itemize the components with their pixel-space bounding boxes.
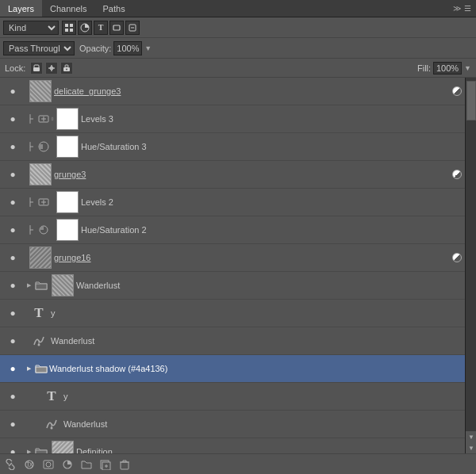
layer-row[interactable]: ● Wanderlust bbox=[0, 327, 476, 355]
layer-row[interactable]: ● Hue/Saturation 2 bbox=[0, 216, 476, 244]
layer-row[interactable]: ● Hue/Saturation 3 bbox=[0, 133, 476, 161]
filter-smart-icon[interactable] bbox=[125, 21, 140, 35]
opacity-group: Opacity: ▼ bbox=[79, 41, 152, 55]
scroll-down-btn[interactable]: ▼ bbox=[466, 431, 476, 442]
layer-name: Wanderlust shadow (#4a4136) bbox=[49, 364, 474, 373]
tab-paths[interactable]: Paths bbox=[95, 0, 133, 17]
add-style-icon[interactable]: fx bbox=[22, 457, 36, 472]
visibility-toggle[interactable]: ● bbox=[2, 252, 24, 263]
link-layers-icon[interactable] bbox=[3, 457, 17, 472]
tab-layers[interactable]: Layers bbox=[0, 0, 42, 17]
link-icon bbox=[24, 113, 36, 124]
svg-line-37 bbox=[9, 463, 12, 466]
add-mask-icon[interactable] bbox=[41, 457, 56, 472]
eye-icon: ● bbox=[7, 446, 18, 453]
layer-thumbnail bbox=[52, 441, 74, 453]
visibility-toggle[interactable]: ● bbox=[2, 446, 24, 453]
layer-row[interactable]: ● ▶ Wanderlust shadow (#4a4136) bbox=[0, 355, 476, 383]
adj-icon bbox=[36, 113, 51, 124]
fill-input[interactable] bbox=[433, 62, 462, 75]
blend-mode-select[interactable]: Pass Through bbox=[3, 41, 75, 55]
scrollbar[interactable]: ▼ ▼ bbox=[465, 78, 476, 453]
warp-icon bbox=[40, 417, 63, 431]
visibility-toggle[interactable]: ● bbox=[2, 169, 24, 180]
visibility-toggle[interactable]: ● bbox=[2, 197, 24, 208]
new-group-icon[interactable] bbox=[79, 457, 94, 472]
layer-row[interactable]: ● T y bbox=[0, 300, 476, 327]
filter-shape-icon[interactable] bbox=[109, 21, 124, 35]
filter-pixel-icon[interactable] bbox=[62, 21, 76, 35]
layer-row[interactable]: ● ▶ Wanderlust bbox=[0, 272, 476, 300]
layer-name: Hue/Saturation 3 bbox=[81, 142, 474, 151]
layer-name: Levels 2 bbox=[81, 197, 474, 207]
tab-channels[interactable]: Channels bbox=[42, 0, 94, 17]
eye-icon: ● bbox=[7, 335, 18, 346]
layer-right-icons bbox=[452, 253, 462, 262]
opacity-input[interactable] bbox=[113, 41, 142, 55]
layer-name: Wanderlust bbox=[63, 419, 474, 429]
scrollbar-thumb[interactable] bbox=[466, 81, 476, 120]
filter-icons: T bbox=[62, 21, 140, 35]
footer-icons: fx bbox=[3, 457, 132, 472]
svg-rect-20 bbox=[52, 117, 53, 120]
text-type-icon: T bbox=[40, 388, 63, 404]
warp-icon bbox=[27, 334, 51, 348]
layer-name: Definition bbox=[76, 447, 474, 453]
kind-select[interactable]: Kind bbox=[3, 21, 59, 35]
visibility-toggle[interactable]: ● bbox=[2, 141, 24, 152]
lock-all-btn[interactable] bbox=[60, 62, 73, 75]
layer-row[interactable]: ● grunge3 bbox=[0, 161, 476, 189]
layer-row[interactable]: ● delicate_grunge3 bbox=[0, 78, 476, 105]
visibility-toggle[interactable]: ● bbox=[2, 86, 24, 97]
visibility-toggle[interactable]: ● bbox=[2, 308, 24, 319]
collapse-icon[interactable]: ≫ bbox=[453, 4, 461, 13]
fill-label: Fill: bbox=[417, 63, 431, 73]
layer-thumbnail bbox=[29, 80, 52, 102]
panel-menu-icon[interactable]: ☰ bbox=[464, 4, 471, 13]
panel-footer: fx bbox=[0, 453, 476, 474]
filter-toolbar: Kind T bbox=[0, 17, 476, 38]
opacity-arrow[interactable]: ▼ bbox=[144, 44, 152, 52]
layer-right-icons bbox=[452, 86, 462, 96]
fill-arrow[interactable]: ▼ bbox=[464, 64, 471, 72]
visibility-toggle[interactable]: ● bbox=[2, 224, 24, 235]
visibility-toggle[interactable]: ● bbox=[2, 419, 24, 430]
eye-icon: ● bbox=[7, 280, 18, 291]
scroll-end-btn[interactable]: ▼ bbox=[466, 442, 476, 453]
expand-arrow[interactable]: ▶ bbox=[24, 365, 33, 372]
svg-rect-13 bbox=[65, 65, 68, 67]
visibility-toggle[interactable]: ● bbox=[2, 335, 24, 346]
visibility-toggle[interactable]: ● bbox=[2, 391, 24, 402]
layer-name: delicate_grunge3 bbox=[54, 86, 452, 96]
layer-thumbnail bbox=[56, 191, 79, 213]
filter-adjustment-icon[interactable] bbox=[78, 21, 92, 35]
layer-thumbnail bbox=[56, 219, 79, 241]
new-layer-icon[interactable] bbox=[98, 457, 113, 472]
svg-rect-1 bbox=[70, 24, 73, 27]
blend-toolbar: Pass Through Opacity: ▼ bbox=[0, 38, 476, 59]
delete-layer-icon[interactable] bbox=[117, 457, 132, 472]
layer-row[interactable]: ● Levels 2 bbox=[0, 189, 476, 216]
layer-name: grunge16 bbox=[54, 253, 452, 262]
lock-position-btn[interactable] bbox=[45, 62, 58, 75]
add-adjustment-icon[interactable] bbox=[60, 457, 75, 472]
visibility-toggle[interactable]: ● bbox=[2, 113, 24, 124]
layer-row[interactable]: ● Wanderlust bbox=[0, 411, 476, 438]
layer-name: y bbox=[63, 392, 474, 401]
layer-thumbnail bbox=[29, 247, 52, 269]
layer-row[interactable]: ● ▶ Definition bbox=[0, 438, 476, 453]
svg-rect-0 bbox=[65, 24, 68, 27]
eye-icon: ● bbox=[7, 197, 18, 208]
expand-arrow[interactable]: ▶ bbox=[24, 282, 33, 289]
layer-row[interactable]: ● T y bbox=[0, 383, 476, 411]
lock-toolbar: Lock: Fill: ▼ bbox=[0, 59, 476, 78]
layer-row[interactable]: ● grunge16 bbox=[0, 244, 476, 272]
lock-pixel-btn[interactable] bbox=[30, 62, 43, 75]
lock-label: Lock: bbox=[5, 63, 25, 73]
eye-icon: ● bbox=[7, 113, 18, 124]
expand-arrow[interactable]: ▶ bbox=[24, 449, 33, 453]
visibility-toggle[interactable]: ● bbox=[2, 363, 24, 374]
visibility-toggle[interactable]: ● bbox=[2, 280, 24, 291]
layer-row[interactable]: ● Levels 3 bbox=[0, 105, 476, 133]
filter-type-icon[interactable]: T bbox=[94, 21, 108, 35]
